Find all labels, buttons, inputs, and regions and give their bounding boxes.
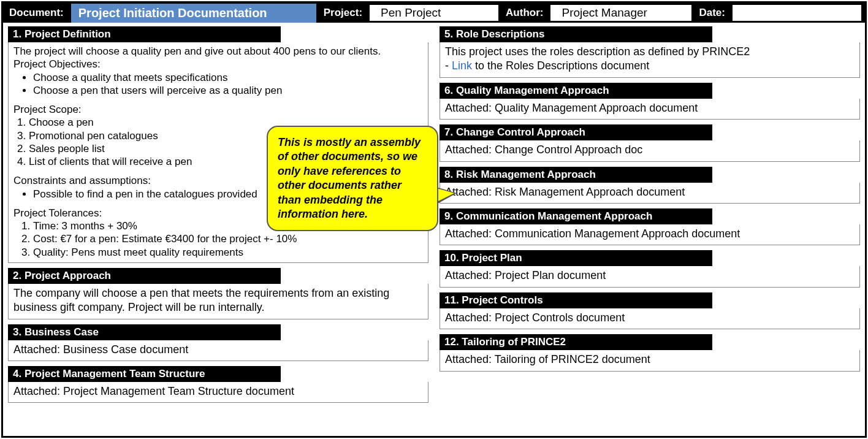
date-value <box>733 5 861 21</box>
annotation-callout: This is mostly an assembly of other docu… <box>267 126 438 231</box>
section-team-structure: 4. Project Management Team Structure Att… <box>8 366 428 403</box>
section-header: 6. Quality Management Approach <box>440 83 712 99</box>
section-project-approach: 2. Project Approach The company will cho… <box>8 268 428 319</box>
project-value: Pen Project <box>370 5 498 21</box>
section-body: Attached: Quality Management Approach do… <box>440 99 860 120</box>
author-value: Project Manager <box>550 5 691 21</box>
author-label: Author: <box>502 7 547 19</box>
scope-label: Project Scope: <box>13 103 424 116</box>
section-body: Attached: Business Case document <box>8 340 428 361</box>
top-bar: Document: Project Initiation Documentati… <box>3 3 865 23</box>
section-header: 8. Risk Management Approach <box>440 167 712 183</box>
section-header: 4. Project Management Team Structure <box>8 366 281 382</box>
section-quality-approach: 6. Quality Management Approach Attached:… <box>440 83 860 120</box>
section-header: 1. Project Definition <box>8 26 281 42</box>
document-label: Document: <box>6 7 67 19</box>
list-item: Quality: Pens must meet quality requirem… <box>33 246 424 259</box>
objectives-list: Choose a quality that meets specificatio… <box>33 71 424 97</box>
section-body: Attached: Risk Management Approach docum… <box>440 183 860 204</box>
definition-intro: The project will choose a quality pen an… <box>13 45 424 58</box>
section-business-case: 3. Business Case Attached: Business Case… <box>8 324 428 361</box>
section-header: 12. Tailoring of PRINCE2 <box>440 334 712 350</box>
section-header: 11. Project Controls <box>440 292 712 308</box>
section-header: 5. Role Descriptions <box>440 26 712 42</box>
section-header: 7. Change Control Approach <box>440 124 712 140</box>
section-role-descriptions: 5. Role Descriptions This project uses t… <box>440 26 860 78</box>
section-body: This project uses the roles description … <box>440 42 860 78</box>
section-project-plan: 10. Project Plan Attached: Project Plan … <box>440 250 860 287</box>
section-change-control: 7. Change Control Approach Attached: Cha… <box>440 124 860 161</box>
section-header: 2. Project Approach <box>8 268 281 284</box>
document-title: Project Initiation Documentation <box>71 4 316 23</box>
section-body: Attached: Project Management Team Struct… <box>8 382 428 403</box>
section-body: Attached: Tailoring of PRINCE2 document <box>440 350 860 371</box>
section-project-controls: 11. Project Controls Attached: Project C… <box>440 292 860 329</box>
roles-link[interactable]: Link <box>452 59 472 72</box>
project-label: Project: <box>320 7 366 19</box>
role-desc-line2: - Link to the Roles Descriptions documen… <box>445 59 856 73</box>
section-body: The company will choose a pen that meets… <box>8 284 428 319</box>
objectives-label: Project Objectives: <box>13 58 424 71</box>
section-body: Attached: Project Plan document <box>440 266 860 287</box>
list-item: Cost: €7 for a pen: Estimate €3400 for t… <box>33 232 424 245</box>
section-communication: 9. Communication Management Approach Att… <box>440 208 860 245</box>
list-item: Choose a pen that users will perceive as… <box>33 84 424 97</box>
document-page: Document: Project Initiation Documentati… <box>1 1 867 438</box>
section-header: 10. Project Plan <box>440 250 712 266</box>
section-body: Attached: Communication Management Appro… <box>440 224 860 245</box>
section-header: 9. Communication Management Approach <box>440 208 712 224</box>
list-item: Choose a quality that meets specificatio… <box>33 71 424 84</box>
section-risk-management: 8. Risk Management Approach Attached: Ri… <box>440 167 860 204</box>
date-label: Date: <box>695 7 729 19</box>
section-body: Attached: Change Control Approach doc <box>440 140 860 161</box>
section-header: 3. Business Case <box>8 324 281 340</box>
right-column: 5. Role Descriptions This project uses t… <box>440 26 860 408</box>
section-body: Attached: Project Controls document <box>440 308 860 329</box>
role-desc-line1: This project uses the roles description … <box>445 45 856 59</box>
section-tailoring: 12. Tailoring of PRINCE2 Attached: Tailo… <box>440 334 860 371</box>
